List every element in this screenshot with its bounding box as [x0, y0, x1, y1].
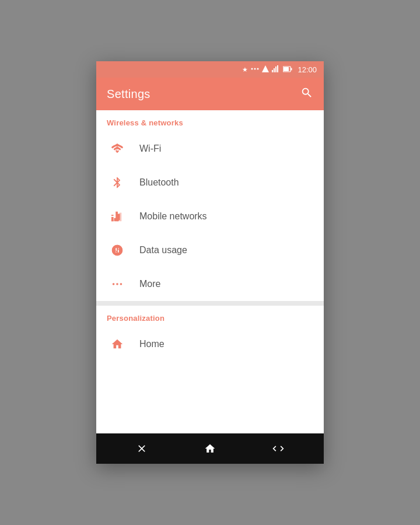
app-header: Settings	[96, 78, 324, 110]
wifi-item[interactable]: Wi-Fi	[96, 132, 324, 166]
bluetooth-label: Bluetooth	[139, 177, 179, 188]
svg-rect-14	[120, 213, 122, 222]
personalization-section: Personalization Home	[96, 306, 324, 361]
svg-point-1	[254, 68, 256, 70]
svg-point-16	[113, 283, 115, 285]
svg-point-17	[116, 283, 118, 285]
mobile-networks-icon	[107, 210, 128, 223]
home-settings-item[interactable]: Home	[96, 327, 324, 361]
settings-status-icon	[251, 66, 259, 73]
svg-point-0	[251, 68, 253, 70]
wireless-section-header: Wireless & networks	[96, 110, 324, 132]
svg-rect-10	[284, 67, 289, 71]
status-icons: ★	[242, 65, 317, 74]
svg-rect-6	[275, 66, 276, 72]
svg-rect-12	[114, 218, 117, 222]
data-usage-item[interactable]: Data usage	[96, 233, 324, 267]
search-button[interactable]	[300, 86, 313, 102]
star-icon: ★	[242, 66, 248, 73]
svg-point-2	[257, 68, 259, 70]
wifi-label: Wi-Fi	[139, 144, 161, 154]
data-usage-icon	[107, 244, 128, 257]
mobile-networks-label: Mobile networks	[139, 211, 207, 222]
svg-rect-4	[272, 70, 273, 72]
bluetooth-item[interactable]: Bluetooth	[96, 166, 324, 200]
data-usage-label: Data usage	[139, 245, 187, 256]
wifi-status-icon	[272, 65, 280, 74]
svg-rect-7	[277, 65, 278, 72]
wireless-networks-section: Wireless & networks Wi-Fi	[96, 110, 324, 301]
svg-marker-3	[262, 65, 269, 72]
status-bar: ★	[96, 61, 324, 78]
section-divider	[96, 301, 324, 306]
svg-point-18	[120, 283, 123, 285]
settings-content: Wireless & networks Wi-Fi	[96, 110, 324, 433]
more-icon	[107, 278, 128, 290]
page-title: Settings	[107, 88, 150, 101]
mobile-networks-item[interactable]: Mobile networks	[96, 200, 324, 233]
back-button[interactable]	[122, 438, 162, 459]
battery-icon	[283, 66, 292, 74]
wifi-icon	[107, 142, 128, 156]
navigation-bar	[96, 433, 324, 464]
svg-rect-11	[111, 217, 114, 221]
menu-button[interactable]	[258, 438, 298, 459]
time-display: 12:00	[298, 66, 317, 74]
svg-rect-13	[117, 215, 119, 221]
svg-rect-9	[291, 68, 292, 70]
home-settings-label: Home	[139, 339, 164, 349]
personalization-section-header: Personalization	[96, 306, 324, 327]
home-button[interactable]	[190, 438, 230, 459]
bluetooth-icon	[107, 176, 128, 189]
home-settings-icon	[107, 338, 128, 351]
more-item[interactable]: More	[96, 267, 324, 301]
svg-rect-5	[274, 68, 275, 72]
more-label: More	[139, 279, 160, 289]
signal-icon	[262, 65, 269, 74]
phone-container: ★	[96, 61, 324, 464]
